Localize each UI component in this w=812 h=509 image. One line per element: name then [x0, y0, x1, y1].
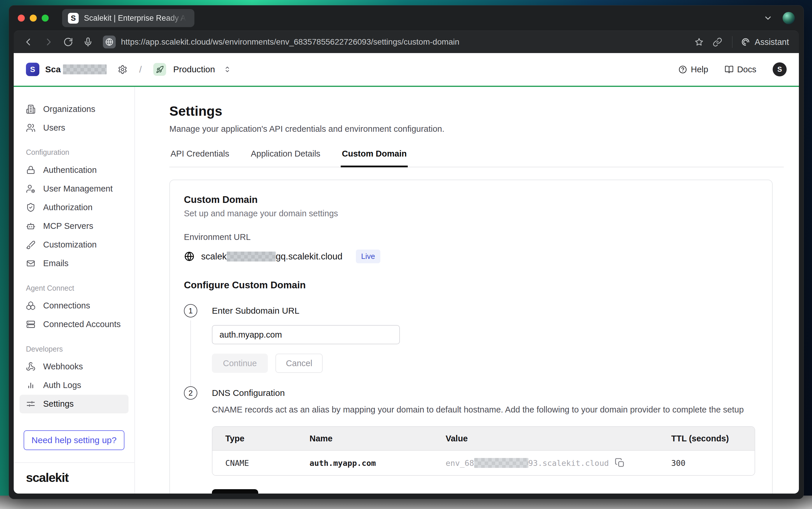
- lock-icon: [26, 165, 36, 175]
- sidebar-item-organizations[interactable]: Organizations: [20, 100, 129, 118]
- user-gear-icon: [26, 184, 36, 194]
- workspace-logo[interactable]: S: [26, 63, 39, 76]
- sidebar-item-label: Connected Accounts: [43, 319, 121, 329]
- forward-icon[interactable]: [43, 37, 53, 47]
- copy-link-icon[interactable]: [713, 37, 722, 47]
- assistant-button[interactable]: Assistant: [741, 37, 789, 47]
- step-2: 2 DNS Configuration CNAME records act as…: [184, 386, 758, 494]
- live-badge: Live: [356, 249, 380, 263]
- tab-custom-domain[interactable]: Custom Domain: [341, 149, 408, 167]
- cancel-button[interactable]: Cancel: [275, 353, 323, 373]
- sidebar-item-settings[interactable]: Settings: [20, 395, 129, 413]
- site-globe-icon: [103, 36, 116, 48]
- sidebar-item-customization[interactable]: Customization: [20, 235, 129, 254]
- maximize-window-button[interactable]: [42, 14, 49, 22]
- sidebar-item-auth-logs[interactable]: Auth Logs: [20, 376, 129, 395]
- minimize-window-button[interactable]: [30, 14, 37, 22]
- step-1-content: Enter Subdomain URL Continue Cancel: [212, 304, 758, 373]
- help-button[interactable]: Help: [678, 65, 708, 74]
- environment-name: Production: [173, 64, 215, 74]
- sidebar-item-users[interactable]: Users: [20, 118, 129, 137]
- sidebar-item-authorization[interactable]: Authorization: [20, 198, 129, 216]
- browser-toolbar: https://app.scalekit.cloud/ws/environmen…: [14, 31, 799, 53]
- card-title: Custom Domain: [184, 194, 758, 205]
- bookmark-star-icon[interactable]: [694, 37, 704, 47]
- tab-favicon-icon: S: [68, 13, 79, 24]
- sidebar-item-label: Organizations: [43, 104, 95, 114]
- tab-api-credentials[interactable]: API Credentials: [169, 149, 231, 167]
- chevron-down-icon[interactable]: [763, 13, 773, 23]
- app-header: S Sca / Production: [14, 53, 799, 87]
- app-body: Organizations Users Configuration Authen…: [14, 87, 799, 494]
- sidebar-item-webhooks[interactable]: Webhooks: [20, 358, 129, 376]
- sidebar-item-label: User Management: [43, 184, 113, 194]
- sidebar-item-emails[interactable]: Emails: [20, 254, 129, 273]
- main-content: Settings Manage your application's API c…: [135, 87, 799, 494]
- environment-switcher-chevrons-icon[interactable]: [223, 65, 232, 73]
- sidebar-item-mcp-servers[interactable]: MCP Servers: [20, 216, 129, 235]
- app-page: S Sca / Production: [14, 53, 799, 494]
- docs-label: Docs: [737, 65, 756, 74]
- browser-shell: https://app.scalekit.cloud/ws/environmen…: [14, 31, 799, 494]
- toolbar-divider: [732, 36, 733, 48]
- step-2-title: DNS Configuration: [212, 386, 758, 400]
- need-help-button[interactable]: Need help setting up?: [24, 430, 125, 450]
- col-name: Name: [297, 434, 433, 443]
- sidebar-section-developers: Developers: [20, 345, 129, 353]
- tabstrip-right: [763, 12, 795, 24]
- step-2-content: DNS Configuration CNAME records act as a…: [212, 386, 758, 494]
- sidebar-section-configuration: Configuration: [20, 148, 129, 157]
- environment-url-row: scalek gq.scalekit.cloud Live: [184, 249, 758, 263]
- browser-profile-avatar[interactable]: [783, 12, 795, 24]
- building-icon: [26, 104, 36, 114]
- subdomain-input[interactable]: [212, 325, 400, 344]
- sidebar-item-label: Users: [43, 123, 65, 133]
- browser-tab[interactable]: S Scalekit | Enterprise Ready A: [62, 9, 195, 27]
- close-window-button[interactable]: [18, 14, 25, 22]
- page-title: Settings: [169, 103, 784, 119]
- mail-icon: [26, 259, 36, 268]
- workspace-name-prefix: Sca: [45, 64, 61, 74]
- workspace-settings-gear-icon[interactable]: [118, 65, 127, 74]
- tab-application-details[interactable]: Application Details: [250, 149, 322, 167]
- traffic-lights: [18, 14, 49, 22]
- sidebar-item-user-management[interactable]: User Management: [20, 179, 129, 198]
- back-icon[interactable]: [24, 37, 34, 47]
- workspace-name: Sca: [45, 64, 109, 74]
- verify-button[interactable]: Verify: [212, 489, 258, 494]
- environment-rocket-icon: [153, 63, 166, 76]
- sidebar-item-label: Connections: [43, 301, 90, 310]
- docs-button[interactable]: Docs: [725, 65, 756, 74]
- card-subtitle: Set up and manage your domain settings: [184, 209, 758, 218]
- sidebar-item-label: Auth Logs: [43, 380, 81, 390]
- cell-value-redacted: [474, 458, 528, 468]
- dns-table-row: CNAME auth.myapp.com env_68 93.scalekit.…: [212, 450, 754, 475]
- reload-icon[interactable]: [63, 37, 73, 47]
- cell-value: env_68 93.scalekit.cloud: [433, 458, 659, 468]
- step-1-title: Enter Subdomain URL: [212, 304, 758, 317]
- page-subtitle: Manage your application's API credential…: [169, 124, 784, 134]
- cell-type: CNAME: [212, 459, 297, 468]
- server-stack-icon: [26, 319, 36, 329]
- step-1: 1 Enter Subdomain URL Continue Cancel: [184, 304, 758, 373]
- toolbar-actions: [694, 36, 741, 48]
- environment-url-suffix: gq.scalekit.cloud: [276, 251, 343, 262]
- browser-tabstrip: S Scalekit | Enterprise Ready A: [9, 5, 804, 31]
- address-bar[interactable]: https://app.scalekit.cloud/ws/environmen…: [103, 36, 694, 48]
- book-open-icon: [725, 65, 734, 74]
- mic-icon[interactable]: [83, 37, 93, 47]
- continue-button[interactable]: Continue: [212, 353, 268, 373]
- assistant-spiral-icon: [741, 37, 750, 47]
- custom-domain-card: Custom Domain Set up and manage your dom…: [169, 179, 773, 494]
- copy-icon[interactable]: [615, 458, 625, 468]
- paintbrush-icon: [26, 240, 36, 249]
- sidebar-item-connected-accounts[interactable]: Connected Accounts: [20, 315, 129, 334]
- sidebar-item-label: Authentication: [43, 165, 97, 175]
- sidebar-item-connections[interactable]: Connections: [20, 297, 129, 315]
- globe-icon: [184, 251, 195, 262]
- step-2-number: 2: [184, 386, 197, 400]
- workspace-name-redacted: [63, 64, 107, 74]
- sidebar-item-authentication[interactable]: Authentication: [20, 161, 129, 179]
- user-avatar[interactable]: S: [773, 62, 787, 76]
- step-1-buttons: Continue Cancel: [212, 353, 758, 373]
